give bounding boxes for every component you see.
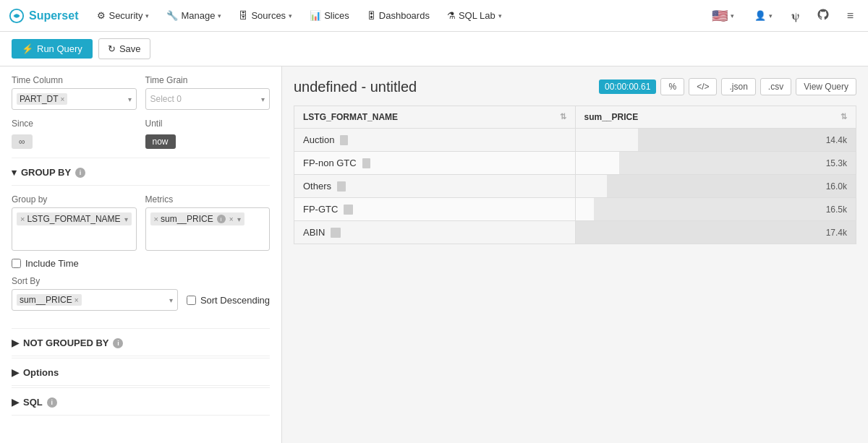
user-icon: 👤 (754, 10, 766, 21)
not-grouped-by-section[interactable]: ▶ NOT GROUPED BY i (12, 330, 270, 356)
chart-icon: 📊 (310, 10, 321, 21)
metrics-tag: × sum__PRICE i × ▾ (150, 212, 244, 225)
code-button[interactable]: </> (689, 78, 717, 95)
since-group: Since ∞ (12, 119, 137, 149)
info-icon: i (217, 215, 226, 223)
percent-button[interactable]: % (660, 78, 684, 95)
chevron-down-icon: ▾ (145, 12, 149, 20)
chevron-down-icon: ▾ (289, 12, 292, 20)
cell-value: 16.0k (575, 175, 856, 198)
chart-header: undefined - untitled 00:00:00.61 % </> .… (294, 78, 856, 95)
save-button[interactable]: ↻ Save (98, 38, 150, 59)
chevron-down-icon: ▾ (124, 215, 128, 223)
sort-by-label: Sort By (12, 276, 270, 286)
table-row: Auction14.4k (294, 129, 856, 152)
cell-value: 15.3k (575, 152, 856, 175)
json-button[interactable]: .json (721, 78, 755, 95)
col-header-name: LSTG_FORMAT_NAME ⇅ (294, 106, 576, 129)
menu-icon[interactable]: ≡ (841, 7, 859, 25)
group-metrics-row: Group by × LSTG_FORMAT_NAME ▾ Metrics × (12, 194, 270, 251)
time-grain-group: Time Grain Select 0 ▾ (145, 75, 271, 110)
sort-icon[interactable]: ⇅ (841, 112, 847, 121)
cell-value: 16.5k (575, 198, 856, 221)
chart-actions: 00:00:00.61 % </> .json .csv View Query (599, 78, 856, 95)
metrics-label: Metrics (145, 194, 270, 205)
since-value[interactable]: ∞ (12, 134, 33, 149)
chevron-down-icon: ▾ (731, 12, 734, 20)
chevron-right-icon: ▶ (12, 367, 19, 378)
cell-name: Auction (294, 129, 576, 152)
until-group: Until now (145, 119, 271, 149)
chevron-down-icon: ▾ (237, 215, 241, 223)
until-value[interactable]: now (145, 134, 176, 149)
app-logo[interactable]: Superset (9, 8, 78, 24)
time-fields-row: Time Column PART_DT × ▾ Time Grain Selec… (12, 75, 270, 110)
table-row: Others16.0k (294, 175, 856, 198)
dashboard-icon: 🎛 (367, 10, 376, 21)
metrics-box[interactable]: × sum__PRICE i × ▾ (145, 207, 270, 251)
nav-security[interactable]: ⚙ Security ▾ (90, 6, 156, 25)
flag-icon: 🇺🇸 (712, 8, 728, 24)
chevron-down-icon: ▾ (261, 95, 265, 103)
time-column-label: Time Column (12, 75, 137, 85)
until-label: Until (145, 119, 271, 129)
info-icon: i (75, 168, 85, 178)
group-by-col: Group by × LSTG_FORMAT_NAME ▾ (12, 194, 137, 251)
table-row: FP-GTC16.5k (294, 198, 856, 221)
notifications-icon[interactable]: 𝛙 (786, 7, 805, 25)
view-query-button[interactable]: View Query (796, 78, 856, 95)
cell-name: FP-non GTC (294, 152, 576, 175)
top-navigation: Superset ⚙ Security ▾ 🔧 Manage ▾ 🗄 Sourc… (0, 0, 868, 32)
nav-manage[interactable]: 🔧 Manage ▾ (159, 6, 229, 25)
include-time-row: Include Time (12, 258, 270, 269)
chevron-right-icon: ▶ (12, 337, 19, 348)
info-icon: i (113, 338, 123, 348)
timer-badge: 00:00:00.61 (599, 79, 656, 94)
run-query-button[interactable]: ⚡ Run Query (12, 39, 93, 59)
group-by-section[interactable]: ▾ GROUP BY i (12, 160, 270, 186)
remove-sort-icon[interactable]: × (75, 296, 79, 304)
chevron-right-icon: ▶ (12, 397, 19, 408)
info-icon: i (47, 397, 57, 408)
time-grain-select[interactable]: Select 0 ▾ (145, 88, 271, 110)
nav-dashboards[interactable]: 🎛 Dashboards (359, 6, 437, 25)
nav-slices[interactable]: 📊 Slices (302, 6, 357, 25)
chevron-down-icon: ▾ (498, 12, 502, 20)
chevron-down-icon: ▾ (169, 296, 173, 304)
chevron-down-icon: ▾ (218, 12, 221, 20)
time-grain-placeholder: Select 0 (150, 94, 182, 104)
sort-by-select[interactable]: sum__PRICE × ▾ (12, 289, 178, 311)
sort-by-row: Sort By sum__PRICE × ▾ Sort Descending (12, 276, 270, 311)
gear-icon: ⚙ (97, 10, 106, 21)
chart-title: undefined - untitled (294, 79, 417, 95)
cell-name: Others (294, 175, 576, 198)
chevron-down-icon: ▾ (128, 95, 132, 103)
options-section[interactable]: ▶ Options (12, 360, 270, 386)
group-by-box[interactable]: × LSTG_FORMAT_NAME ▾ (12, 207, 137, 251)
sort-desc-checkbox[interactable] (187, 296, 196, 305)
user-menu[interactable]: 👤 ▾ (747, 6, 780, 25)
flask-icon: ⚗ (447, 10, 456, 21)
chevron-down-icon: ▾ (769, 12, 773, 20)
cell-value: 14.4k (575, 129, 856, 152)
time-column-select[interactable]: PART_DT × ▾ (12, 88, 137, 110)
remove-metric-icon[interactable]: × (229, 215, 234, 223)
nav-sources[interactable]: 🗄 Sources ▾ (231, 6, 299, 25)
sort-by-tag: sum__PRICE × (17, 294, 82, 306)
chevron-down-icon: ▾ (12, 167, 17, 178)
csv-button[interactable]: .csv (760, 78, 791, 95)
sort-inline: sum__PRICE × ▾ Sort Descending (12, 289, 270, 311)
sort-icon[interactable]: ⇅ (560, 112, 566, 121)
sort-desc-label: Sort Descending (200, 295, 270, 306)
nav-sqllab[interactable]: ⚗ SQL Lab ▾ (440, 6, 509, 25)
sql-section[interactable]: ▶ SQL i (12, 390, 270, 416)
cell-name: ABIN (294, 221, 576, 244)
include-time-checkbox[interactable] (12, 259, 21, 268)
language-selector[interactable]: 🇺🇸 ▾ (705, 4, 741, 28)
time-column-tag: PART_DT × (17, 93, 67, 105)
cell-name: FP-GTC (294, 198, 576, 221)
github-icon[interactable] (811, 5, 835, 27)
nav-right-section: 🇺🇸 ▾ 👤 ▾ 𝛙 ≡ (705, 4, 859, 28)
refresh-icon: ↻ (108, 43, 116, 54)
remove-time-column-icon[interactable]: × (61, 95, 65, 103)
